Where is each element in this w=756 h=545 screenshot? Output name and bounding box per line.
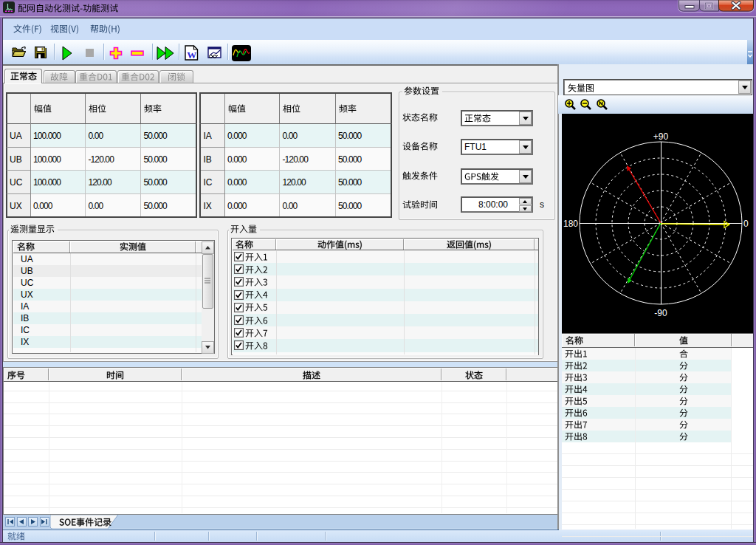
svg-text:W: W [187, 49, 196, 61]
